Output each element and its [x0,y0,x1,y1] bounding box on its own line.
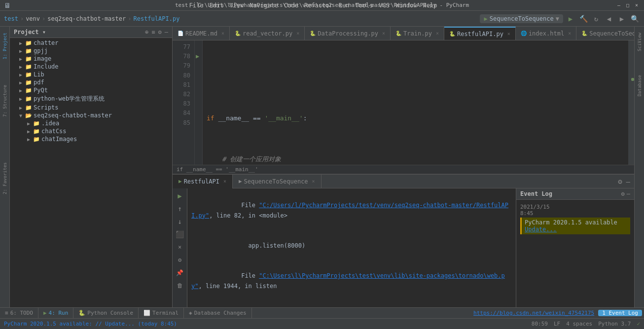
run-configuration[interactable]: ▶ SequenceToSequence ▼ [480,14,563,23]
tree-label: python-web学生管理系统 [34,95,105,103]
tree-item-chatter[interactable]: ▶ 📁 chatter [10,39,172,47]
run-tab-seqtoseq[interactable]: ▶ SequenceToSequence × [233,175,322,188]
tree-item-image[interactable]: ▶ 📁 image [10,55,172,63]
bottom-settings-icon[interactable]: ⚙ [618,178,622,185]
todo-icon: ≡ [5,310,8,316]
sync-button[interactable]: ↻ [591,13,602,24]
tree-item-seq2seq[interactable]: ▼ 📂 seq2seq-chatbot-master [10,111,172,119]
tree-item-chatimages[interactable]: ▶ 📁 chatImages [10,135,172,143]
tab-train[interactable]: 🐍 Train.py × [391,27,444,40]
project-tree: ▶ 📁 chatter ▶ 📁 gpjj ▶ 📁 image ▶ 📁 Inclu… [10,38,172,307]
scroll-up-button[interactable]: ↑ [175,203,185,214]
tab-sequencetoseq[interactable]: 🐍 SequenceToSequence.p × [576,27,634,40]
run-tab-close2[interactable]: × [312,179,315,184]
folder-icon: 📁 [25,56,32,62]
tab-icon: 🐍 [235,31,241,36]
event-log-header: Event Log ⚙ — [516,188,634,200]
status-text[interactable]: PyCharm 2020.1.5 available: // Update...… [4,321,177,327]
code-text: : [303,113,307,124]
next-button[interactable]: ▶ [616,13,627,24]
event-log-settings-icon[interactable]: ⚙ [621,190,625,197]
editor-scrollbar[interactable] [628,40,634,165]
tree-item-pyqt[interactable]: ▶ 📁 PyQt [10,86,172,94]
tree-item-lib[interactable]: ▶ 📁 Lib [10,71,172,78]
tab-restfulapi[interactable]: 🐍 RestfulAPI.py × [444,27,516,40]
tab-close[interactable]: × [568,31,571,36]
event-log-minimize-icon[interactable]: — [627,190,630,197]
tab-close[interactable]: × [507,31,510,37]
tree-item-chatcss[interactable]: ▶ 📁 chatCss [10,127,172,135]
pin-run-button[interactable]: 📌 [175,267,185,278]
tree-arrow: ▶ [18,40,24,46]
tree-item-scripts[interactable]: ▶ 📁 Scripts [10,104,172,111]
tab-close[interactable]: × [436,31,439,36]
delete-run-button[interactable]: 🗑 [175,280,185,291]
code-line-79: # 创建一个应用对象 [207,154,624,165]
breadcrumb-venv[interactable]: venv [26,15,40,22]
todo-tool[interactable]: ≡ 6: TODO [0,308,38,319]
code-content[interactable]: if __name__ == '__main__': # 创建一个应用对象 ap… [203,40,628,165]
event-link[interactable]: Update... [525,226,557,233]
line-num-80: 80 [175,71,190,80]
folder-icon: 📁 [25,79,32,86]
scroll-down-button[interactable]: ↓ [175,216,185,227]
tab-indexhtml[interactable]: 🌐 index.html × [516,27,576,40]
settings-run-button[interactable]: ⚙ [175,255,185,265]
run-action-bar: ▶ ↑ ↓ ⬛ × ⚙ 📌 🗑 [173,188,187,307]
tree-arrow: ▼ [18,113,24,118]
url-status[interactable]: https://blog.csdn.net/weixin_47542175 [469,310,598,316]
breadcrumb-project[interactable]: test [4,15,18,22]
run-config-name: SequenceToSequence [490,15,554,22]
breadcrumb-master[interactable]: seq2seq-chatbot-master [47,15,126,22]
bottom-minimize-icon[interactable]: — [626,178,630,185]
database-icon[interactable]: Database [636,73,643,98]
run-output[interactable]: File "C:/Users/l/PycharmProjects/test/ve… [187,188,516,307]
stop-button[interactable]: ⬛ [175,229,185,240]
run-button[interactable]: ▶ [565,13,576,24]
maximize-button[interactable]: □ [624,2,631,9]
tree-label: Scripts [34,104,59,111]
close-button[interactable]: × [633,2,640,9]
event-log-badge[interactable]: 1 Event Log [598,310,642,316]
sidebar-close-icon[interactable]: — [165,29,168,36]
terminal-tool[interactable]: ⬜ Terminal [139,308,184,319]
close-run-button[interactable]: × [175,242,185,253]
tree-item-pythonweb[interactable]: ▶ 📁 python-web学生管理系统 [10,94,172,104]
tree-item-idea[interactable]: ▶ 📁 .idea [10,119,172,127]
tab-close[interactable]: × [296,31,299,36]
output-line-3: File "C:\Users\l\PycharmProjects\test\ve… [191,261,512,301]
bottom-tool-bar: ≡ 6: TODO ▶ 4: Run 🐍 Python Console ⬜ Te… [0,307,644,318]
tree-item-include[interactable]: ▶ 📁 Include [10,63,172,71]
sidebar-settings-icon[interactable]: ⚙ [158,29,162,36]
project-panel-icon[interactable]: 1: Project [1,31,8,61]
run-tab-close[interactable]: × [223,179,226,184]
tab-readme[interactable]: 📄 README.md × [173,27,230,40]
code-breadcrumb-text: if __name__ == '__main__' [177,166,258,173]
tree-arrow: ▶ [18,80,24,85]
run-config-dropdown[interactable]: ▼ [556,15,559,22]
structure-panel-icon[interactable]: 7: Structure [1,83,8,119]
favorites-panel-icon[interactable]: 2: Favorites [1,160,8,196]
tab-close[interactable]: × [382,31,385,36]
breadcrumb-file[interactable]: RestfulAPI.py [133,15,179,22]
tree-item-gpjj[interactable]: ▶ 📁 gpjj [10,47,172,55]
sciview-icon[interactable]: SciView [636,31,643,53]
tab-readvector[interactable]: 🐍 read_vector.py × [230,27,305,40]
db-changes-tool[interactable]: ◈ Database Changes [184,308,252,319]
minimize-button[interactable]: — [615,2,622,9]
sidebar-collapse-icon[interactable]: ≡ [151,29,155,36]
python-console-tool[interactable]: 🐍 Python Console [73,308,139,319]
python-version: Python 3.7 [598,321,631,327]
run-tool[interactable]: ▶ 4: Run [38,308,73,319]
prev-button[interactable]: ◀ [604,13,614,24]
code-breadcrumb: if __name__ == '__main__' [173,165,634,174]
search-everywhere[interactable]: 🔍 [629,13,640,24]
tab-close[interactable]: × [221,31,224,36]
tab-dataprocessing[interactable]: 🐍 DataProcessing.py × [305,27,391,40]
run-tab-restfulapi[interactable]: ▶ RestfulAPI × [173,175,233,188]
sidebar-external-icon[interactable]: ⊕ [145,29,148,36]
line-num-83: 83 [175,99,190,109]
build-button[interactable]: 🔨 [578,13,589,24]
run-again-button[interactable]: ▶ [175,190,185,201]
tree-item-pdf[interactable]: ▶ 📁 pdf [10,78,172,86]
